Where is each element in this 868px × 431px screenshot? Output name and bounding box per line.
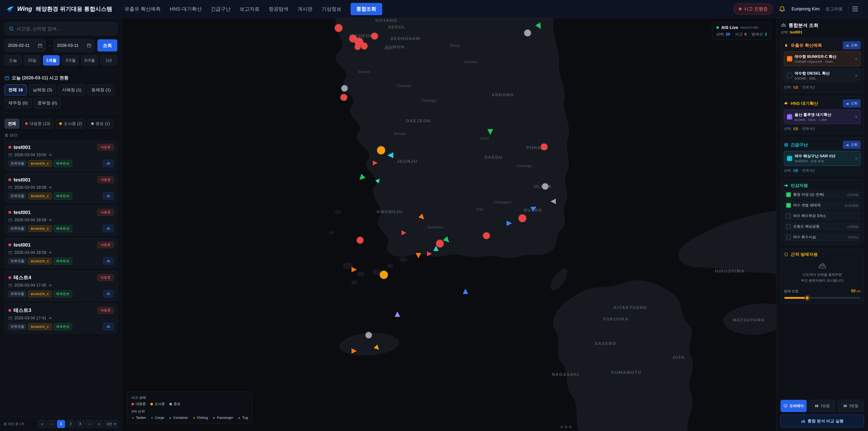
first-page-button[interactable]: «	[38, 420, 46, 428]
map-canvas[interactable]: GOYANGSEOULINCHEONSEONGNAMSUWONAsanWonju…	[122, 18, 776, 431]
vessel-marker[interactable]	[373, 160, 378, 165]
incident-card[interactable]: test001대응중2026-03-04 19:00유류유출BUNKER_C예측…	[4, 141, 117, 171]
incident-marker[interactable]	[380, 271, 388, 279]
region-filter[interactable]: 중부청 (0)	[34, 98, 61, 109]
next-page-button[interactable]: ›	[86, 420, 94, 428]
incident-card[interactable]: test001대응중2026-03-04 18:58유류유출BUNKER_C예측…	[4, 206, 117, 236]
menu-item[interactable]: 유출유 확산예측	[125, 6, 161, 12]
resource-item[interactable]: ✓통영 어장 (김·전복)(131ha)	[784, 190, 861, 199]
vessel-track-button[interactable]	[103, 225, 114, 232]
resource-item[interactable]: 오동도 해상공원(125ha)	[784, 222, 861, 231]
vessel-marker[interactable]	[530, 204, 538, 212]
menu-item[interactable]: 항공탐색	[269, 6, 289, 12]
vessel-marker[interactable]	[416, 253, 421, 258]
vessel-marker[interactable]	[463, 288, 468, 294]
remove-item-button[interactable]: ×	[855, 73, 858, 78]
vessel-marker[interactable]	[506, 221, 512, 226]
vessel-marker[interactable]	[418, 214, 426, 221]
spill-query-button[interactable]: 조회	[843, 41, 861, 49]
vessel-track-button[interactable]	[103, 160, 114, 167]
item-checkbox[interactable]: ✓	[787, 156, 792, 161]
radius-slider-thumb[interactable]	[805, 296, 810, 300]
region-filter[interactable]: 전체 16	[4, 85, 27, 95]
vessel-marker[interactable]	[550, 199, 556, 204]
period-filter[interactable]: 1년	[100, 55, 117, 65]
item-checkbox[interactable]: ✓	[787, 56, 792, 61]
incident-marker[interactable]	[524, 30, 531, 36]
analysis-item[interactable]: ✓여수항 BUNKER-C 확산GNOME+OpenDrift · 150kL×	[784, 52, 861, 66]
menu-item[interactable]: 기상정보	[322, 6, 342, 12]
hamburger-menu-button[interactable]	[848, 4, 862, 14]
item-checkbox[interactable]: ✓	[786, 192, 791, 197]
incident-card[interactable]: test001대응중2026-03-04 18:58유류유출BUNKER_C예측…	[4, 173, 117, 203]
view-mode-split2[interactable]: 2분할	[809, 400, 835, 412]
vessel-marker[interactable]	[375, 177, 381, 184]
hns-query-button[interactable]: 조회	[843, 99, 861, 107]
vessel-marker[interactable]	[535, 22, 544, 31]
incident-marker[interactable]	[541, 144, 548, 150]
vessel-marker[interactable]	[401, 230, 406, 235]
vessel-marker[interactable]	[351, 348, 357, 354]
app-logo[interactable]: Wing 해양환경 위기대응 통합시스템	[6, 5, 112, 13]
search-input[interactable]	[17, 26, 113, 31]
incident-marker[interactable]	[377, 146, 385, 154]
vessel-marker[interactable]	[358, 174, 366, 182]
last-page-button[interactable]: »	[95, 420, 103, 428]
menu-item[interactable]: 긴급구난	[211, 6, 231, 12]
vessel-marker[interactable]	[433, 246, 439, 251]
region-filter[interactable]: 남해청 (3)	[29, 85, 56, 95]
menu-item[interactable]: 통합조회	[350, 3, 382, 15]
status-filter[interactable]: 종료 (1)	[88, 119, 113, 129]
sar-query-button[interactable]: 조회	[843, 141, 861, 149]
page-button[interactable]: 1	[57, 420, 65, 428]
remove-item-button[interactable]: ×	[855, 56, 858, 61]
item-checkbox[interactable]	[787, 73, 792, 78]
page-button[interactable]: 2	[66, 420, 74, 428]
remove-item-button[interactable]: ×	[855, 114, 858, 120]
incident-marker[interactable]	[357, 237, 364, 244]
page-button[interactable]: 3	[76, 420, 84, 428]
view-mode-split3[interactable]: 3분할	[838, 400, 864, 412]
vessel-track-button[interactable]	[103, 192, 114, 199]
menu-item[interactable]: 보고자료	[240, 6, 260, 12]
vessel-marker[interactable]	[395, 311, 400, 317]
incident-card[interactable]: test001대응중2026-03-04 18:58유류유출BUNKER_C예측…	[4, 238, 117, 268]
item-checkbox[interactable]: ✓	[787, 114, 792, 120]
logout-button[interactable]: 로그아웃	[826, 6, 843, 12]
incident-marker[interactable]	[519, 214, 526, 222]
incident-marker[interactable]	[335, 24, 342, 32]
analysis-item[interactable]: ✓울산 톨루엔 대기확산ALOHA · 15L/s · 1.2km×	[784, 110, 861, 124]
run-analysis-button[interactable]: 통합 분석 비교 실행	[780, 415, 864, 427]
resource-item[interactable]: 여수 해수욕장 3개소	[784, 212, 861, 220]
period-filter[interactable]: 오늘	[4, 55, 22, 65]
vessel-marker[interactable]	[388, 152, 393, 158]
status-filter[interactable]: 대응중 (13)	[22, 119, 54, 129]
remove-item-button[interactable]: ×	[855, 156, 858, 161]
resource-item[interactable]: 여수 취수시설(3개소)	[784, 233, 861, 242]
view-mode-overlay[interactable]: 오버레이	[780, 400, 807, 412]
region-filter[interactable]: 서해청 (1)	[58, 85, 86, 95]
menu-item[interactable]: 게시판	[298, 6, 313, 12]
incident-marker[interactable]	[366, 332, 372, 338]
item-checkbox[interactable]	[786, 224, 791, 229]
resource-item[interactable]: ✓여수 갯벌 생태계(4,013ha)	[784, 201, 861, 210]
period-filter[interactable]: 15일	[24, 55, 41, 65]
vessel-marker[interactable]	[351, 267, 357, 272]
prev-page-button[interactable]: ‹	[48, 420, 56, 428]
search-box[interactable]	[4, 22, 117, 35]
vessel-track-button[interactable]	[103, 290, 114, 298]
period-filter[interactable]: 3개월	[62, 55, 79, 65]
incident-marker[interactable]	[371, 33, 378, 39]
region-filter[interactable]: 동해청 (1)	[88, 85, 115, 95]
incident-marker[interactable]	[340, 94, 347, 101]
vessel-marker[interactable]	[374, 344, 381, 351]
item-checkbox[interactable]	[786, 214, 791, 218]
incident-marker[interactable]	[341, 85, 348, 92]
incident-marker[interactable]	[355, 44, 361, 50]
vessel-marker[interactable]	[427, 251, 432, 256]
incident-active-badge[interactable]: 사고 진행중	[734, 3, 773, 14]
date-to-input[interactable]: 2026-03-11	[54, 39, 95, 52]
period-filter[interactable]: 1개월	[43, 55, 60, 65]
region-filter[interactable]: 제주청 (0)	[4, 98, 32, 109]
analysis-item[interactable]: ✓여수 해상구난 SAR #12SAROPS · 표류 예측×	[784, 151, 861, 166]
